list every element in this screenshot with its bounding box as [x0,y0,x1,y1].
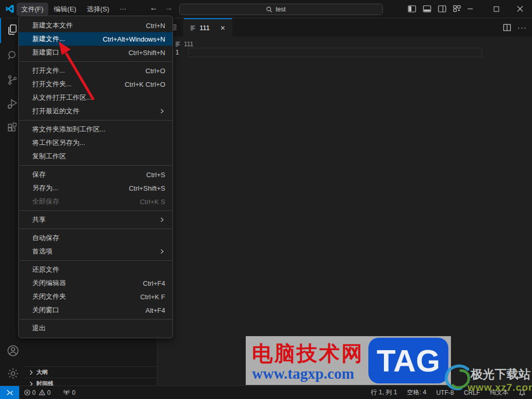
menu-item[interactable]: 共享 [19,213,172,227]
menu-separator [19,165,172,166]
status-bar: 0 0 0 行 1, 列 1空格: 4UTF-8CRLF纯文本 [0,385,532,399]
explorer-icon[interactable] [6,23,19,36]
menu-separator [19,61,172,62]
menu-item[interactable]: 关闭窗口Alt+F4 [19,303,172,317]
menu-item-label: 共享 [32,215,159,224]
menubar-item[interactable]: ··· [115,3,131,16]
statusbar-item[interactable]: 空格: 4 [407,388,426,397]
menubar-item[interactable]: 编辑(E) [49,3,81,16]
accounts-icon[interactable] [6,344,19,356]
menu-item-shortcut: Ctrl+Alt+Windows+N [103,35,165,43]
remote-indicator[interactable] [0,386,19,399]
search-icon [266,6,273,13]
search-view-icon[interactable] [6,49,19,62]
menu-item[interactable]: 将工作区另存为... [19,136,172,150]
nav-back-icon[interactable]: ← [148,3,159,12]
radio-tower-icon [63,389,70,396]
menubar-item[interactable]: 文件(F) [17,3,48,16]
menu-item-label: 将工作区另存为... [32,138,165,148]
window-maximize-button[interactable] [487,0,505,18]
submenu-chevron-icon [159,108,165,114]
problems-status[interactable]: 0 0 0 [24,389,75,396]
window-minimize-button[interactable] [461,0,479,18]
menu-item-shortcut: Ctrl+F4 [143,280,165,287]
banner-url: www.tagxp.com [252,365,354,382]
ports-status[interactable]: 0 [63,389,75,396]
sidebar-section-label: 大纲 [36,368,48,376]
menu-item[interactable]: 新建文本文件Ctrl+N [19,19,172,32]
vscode-logo-icon [5,4,15,14]
menu-item[interactable]: 新建窗口Ctrl+Shift+N [19,46,172,59]
menu-item: 全部保存Ctrl+K S [19,195,172,208]
toggle-secondary-sidebar-icon[interactable] [438,5,446,13]
menubar-item[interactable]: 选择(S) [82,3,114,16]
nav-forward-icon[interactable]: → [163,3,175,12]
customize-layout-icon[interactable] [453,5,461,13]
menu-item[interactable]: 新建文件...Ctrl+Alt+Windows+N [19,32,172,46]
menu-item[interactable]: 从文件打开工作区... [19,91,172,104]
toggle-sidebar-icon[interactable] [408,5,416,13]
menu-item-shortcut: Ctrl+N [146,22,165,30]
menu-item[interactable]: 首选项 [19,245,172,258]
menu-item[interactable]: 将文件夹添加到工作区... [19,123,172,136]
menu-item-label: 关闭文件夹 [32,292,140,301]
tab-close-icon[interactable]: ✕ [220,24,225,32]
more-actions-icon[interactable]: ··· [517,23,527,32]
active-view-indicator [0,18,1,43]
menu-item[interactable]: 复制工作区 [19,150,172,163]
tab-label: 111 [200,24,210,32]
file-menu-dropdown: 新建文本文件Ctrl+N新建文件...Ctrl+Alt+Windows+N新建窗… [18,16,173,338]
menu-item-label: 还原文件 [32,265,165,274]
menu-item[interactable]: 还原文件 [19,263,172,276]
menu-item[interactable]: 打开文件夹...Ctrl+K Ctrl+O [19,77,172,91]
run-debug-icon[interactable] [6,98,19,110]
menu-item-label: 打开最近的文件 [32,107,159,116]
menu-item-label: 新建文本文件 [32,21,146,30]
menu-item-label: 关闭窗口 [32,305,145,315]
extensions-icon[interactable] [6,122,19,135]
menu-item-shortcut: Ctrl+K F [140,293,165,301]
menu-item[interactable]: 打开最近的文件 [19,104,172,118]
editor-actions: ··· [503,18,527,36]
menu-item[interactable]: 关闭文件夹Ctrl+K F [19,290,172,303]
window-close-button[interactable] [511,0,529,18]
menu-item[interactable]: 关闭编辑器Ctrl+F4 [19,276,172,290]
banner-title: 电脑技术网 [252,339,364,368]
ports-count: 0 [72,389,75,396]
menu-item[interactable]: 退出 [19,322,172,335]
notifications-bell-icon[interactable] [518,389,526,396]
menu-item-label: 打开文件... [32,66,145,75]
menu-item[interactable]: 另存为...Ctrl+Shift+S [19,181,172,195]
menu-item-label: 另存为... [32,183,129,193]
sidebar-section-label: 时间线 [36,380,54,385]
menu-item-shortcut: Ctrl+S [147,171,165,179]
text-file-icon [175,41,181,47]
statusbar-item[interactable]: 行 1, 列 1 [371,388,397,397]
settings-gear-icon[interactable] [6,367,19,379]
error-icon [24,389,31,396]
menu-item-label: 从文件打开工作区... [32,93,165,102]
command-center-search[interactable] [179,4,383,15]
menu-item[interactable]: 打开文件...Ctrl+O [19,64,172,77]
error-count: 0 [32,389,36,396]
menu-separator [19,210,172,211]
menu-item-label: 首选项 [32,247,159,256]
menu-item[interactable]: 自动保存 [19,231,172,245]
menu-item[interactable]: 保存Ctrl+S [19,168,172,181]
sidebar-section-timeline[interactable]: 时间线 [25,378,157,385]
menu-item-label: 退出 [32,324,165,333]
search-input[interactable] [276,6,297,13]
split-editor-icon[interactable] [503,23,511,32]
banner-tag-badge: TAG [368,338,448,383]
statusbar-item[interactable]: CRLF [464,389,480,396]
source-control-icon[interactable] [6,74,19,86]
menu-item-shortcut: Ctrl+K S [140,198,165,206]
menu-separator [19,260,172,261]
statusbar-item[interactable]: UTF-8 [436,389,454,396]
toggle-panel-icon[interactable] [423,5,431,13]
statusbar-item[interactable]: 纯文本 [490,388,509,397]
tab-111[interactable]: 111✕ [184,18,232,36]
menu-separator [19,120,172,121]
sidebar-section-outline[interactable]: 大纲 [25,366,157,378]
editor-content[interactable]: 1 [157,48,532,58]
